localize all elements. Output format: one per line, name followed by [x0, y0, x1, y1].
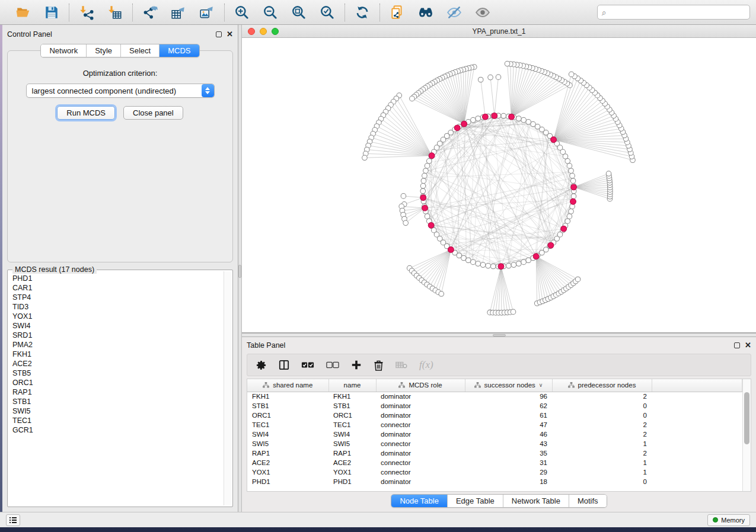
network-node[interactable]: [567, 214, 572, 219]
network-node[interactable]: [571, 194, 576, 199]
table-cell[interactable]: dominator: [376, 401, 465, 411]
scrollbar-thumb[interactable]: [744, 392, 749, 444]
mcds-node-item[interactable]: FKH1: [12, 350, 222, 359]
table-cell[interactable]: STB1: [328, 401, 376, 411]
table-scrollbar[interactable]: [742, 379, 751, 491]
network-node[interactable]: [420, 184, 426, 189]
table-cell[interactable]: 2: [552, 430, 652, 439]
mcds-node-item[interactable]: STB1: [12, 397, 222, 406]
mcds-node-item[interactable]: YOX1: [12, 312, 222, 321]
network-node[interactable]: [526, 119, 531, 124]
mcds-node-item[interactable]: PHD1: [12, 274, 222, 283]
table-cell[interactable]: ORC1: [247, 411, 328, 420]
export-network-icon[interactable]: [140, 4, 160, 21]
network-node[interactable]: [521, 117, 527, 123]
network-node[interactable]: [516, 261, 522, 267]
tab-style[interactable]: Style: [87, 44, 121, 57]
table-cell[interactable]: 47: [465, 420, 552, 430]
network-node[interactable]: [421, 178, 426, 184]
table-cell[interactable]: 0: [552, 401, 652, 411]
table-cell[interactable]: 43: [465, 439, 552, 448]
mcds-node-item[interactable]: SRD1: [12, 331, 222, 340]
table-cell[interactable]: ACE2: [247, 458, 328, 467]
table-cell[interactable]: ACE2: [328, 458, 376, 467]
mcds-node-item[interactable]: GCR1: [12, 425, 222, 435]
table-row[interactable]: FKH1FKH1dominator962: [247, 392, 742, 401]
mcds-node-item[interactable]: PMA2: [12, 340, 222, 350]
table-cell[interactable]: 29: [465, 467, 552, 477]
mcds-node-item[interactable]: SWI5: [12, 406, 222, 416]
optimization-criterion-select[interactable]: largest connected component (undirected): [26, 84, 215, 98]
mcds-result-scrollbar[interactable]: [224, 271, 231, 505]
network-node[interactable]: [526, 258, 531, 263]
network-node[interactable]: [486, 263, 491, 268]
network-node[interactable]: [461, 255, 467, 261]
network-node[interactable]: [491, 264, 496, 269]
network-node[interactable]: [488, 75, 493, 80]
table-cell[interactable]: 31: [465, 458, 552, 467]
tab-network[interactable]: Network: [41, 44, 87, 57]
tab-node-table[interactable]: Node Table: [391, 495, 448, 507]
splitter-grip[interactable]: [493, 334, 506, 336]
dominator-node[interactable]: [561, 226, 567, 232]
run-mcds-button[interactable]: Run MCDS: [57, 106, 115, 120]
table-cell[interactable]: RAP1: [247, 448, 328, 458]
tab-select[interactable]: Select: [121, 44, 160, 57]
dominator-node[interactable]: [570, 198, 576, 204]
table-cell[interactable]: 2: [552, 392, 652, 401]
network-node[interactable]: [476, 261, 481, 267]
deselect-all-icon[interactable]: [326, 361, 339, 369]
table-cell[interactable]: 1: [552, 458, 652, 467]
find-icon[interactable]: [416, 4, 436, 21]
zoom-fit-icon[interactable]: [289, 4, 309, 21]
table-cell[interactable]: FKH1: [328, 392, 376, 401]
network-node[interactable]: [521, 259, 527, 265]
network-node[interactable]: [505, 61, 510, 66]
search-field[interactable]: ⌕: [597, 5, 750, 20]
mcds-node-item[interactable]: CAR1: [12, 283, 222, 293]
network-node[interactable]: [401, 194, 406, 199]
column-header-MCDS-role[interactable]: MCDS role: [376, 379, 465, 392]
network-node[interactable]: [403, 220, 409, 226]
network-node[interactable]: [471, 117, 476, 123]
dominator-node[interactable]: [429, 153, 435, 159]
network-node[interactable]: [567, 164, 572, 169]
memory-button[interactable]: Memory: [707, 514, 750, 526]
network-node[interactable]: [410, 96, 415, 101]
dominator-node[interactable]: [428, 222, 434, 228]
table-cell[interactable]: SWI5: [328, 439, 376, 448]
zoom-out-icon[interactable]: [260, 4, 280, 21]
column-header-shared-name[interactable]: shared name: [247, 379, 328, 392]
table-row[interactable]: SWI4SWI4dominator462: [247, 430, 742, 439]
network-node[interactable]: [471, 259, 476, 265]
dominator-node[interactable]: [422, 205, 428, 211]
horizontal-splitter[interactable]: [242, 333, 756, 337]
network-node[interactable]: [575, 277, 580, 282]
network-node[interactable]: [516, 116, 522, 121]
zoom-in-icon[interactable]: [232, 4, 252, 21]
table-cell[interactable]: 1: [552, 467, 652, 477]
table-cell[interactable]: 35: [465, 448, 552, 458]
network-node[interactable]: [570, 178, 576, 184]
network-node[interactable]: [439, 291, 444, 297]
table-cell[interactable]: FKH1: [247, 392, 328, 401]
select-all-icon[interactable]: [301, 361, 314, 369]
mcds-node-item[interactable]: ACE2: [12, 359, 222, 368]
dominator-node[interactable]: [482, 114, 488, 120]
table-row[interactable]: PHD1PHD1dominator180: [247, 477, 742, 486]
table-cell[interactable]: TEC1: [328, 420, 376, 430]
float-panel-icon[interactable]: [216, 31, 222, 37]
table-cell[interactable]: 18: [465, 477, 552, 486]
table-row[interactable]: SWI5SWI5connector431: [247, 439, 742, 448]
zoom-selected-icon[interactable]: [317, 4, 337, 21]
table-row[interactable]: ACE2ACE2connector311: [247, 458, 742, 467]
network-node[interactable]: [476, 116, 481, 121]
table-cell[interactable]: 96: [465, 392, 552, 401]
table-row[interactable]: STB1STB1dominator620: [247, 401, 742, 411]
table-cell[interactable]: connector: [376, 458, 465, 467]
task-history-button[interactable]: [6, 514, 20, 526]
delete-column-icon[interactable]: [374, 360, 384, 371]
table-cell[interactable]: 1: [552, 439, 652, 448]
table-row[interactable]: TEC1TEC1connector472: [247, 420, 742, 430]
network-canvas[interactable]: [242, 38, 756, 332]
